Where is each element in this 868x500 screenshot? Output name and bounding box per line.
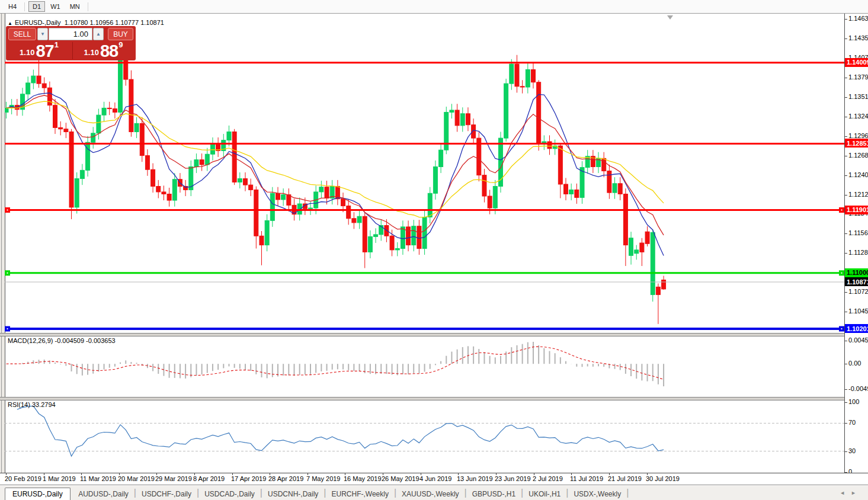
timeframe-button-h4[interactable]: H4 [4,1,21,12]
price-tick-label: 1.14355 [848,34,868,41]
price-level-badge: 1.14009 [845,58,868,67]
date-tick-label: 21 Jul 2019 [608,475,642,482]
scale-tick [845,233,847,234]
timeframe-button-w1[interactable]: W1 [46,1,65,12]
price-level-badge: 1.12851 [845,139,868,148]
price-tick-label: 1.13795 [848,73,868,81]
scale-tick [845,175,847,176]
buy-price-big: 88 [100,43,118,59]
mt4-window: H4D1W1MN ▲EURUSD-,Daily 1.10780 1.10956 … [0,0,868,500]
scale-tick [845,341,847,341]
date-tick-label: 1 Mar 2019 [43,475,76,482]
price-tick-label: 1.13515 [848,93,868,100]
price-level-badge: 1.10871 [845,277,868,286]
macd-label: MACD(12,26,9) -0.004509 -0.003653 [8,337,116,344]
date-tick-label: 30 Jul 2019 [646,475,680,482]
chart-tab-eurusd[interactable]: EURUSD-,Daily [5,488,71,500]
scale-tick [845,389,847,390]
scale-tick [845,97,847,98]
price-tick-label: 30 [848,447,856,454]
date-tick-label: 11 Jul 2019 [570,475,603,482]
scale-tick [845,451,847,452]
timeframe-button-mn[interactable]: MN [66,1,84,12]
price-tick-label: 1.10725 [848,288,868,295]
price-level-badge: 1.10201 [845,324,868,333]
volume-increase-button[interactable]: ▲ [93,28,104,40]
price-tick-label: 1.11565 [848,229,868,236]
date-tick-label: 23 Jun 2019 [495,475,531,482]
date-tick-label: 17 Apr 2019 [231,475,266,482]
tab-scroll-left-icon[interactable]: ◄ [840,490,851,496]
sell-price-pip: 1 [55,36,59,54]
price-level-badge: 1.11000 [845,268,868,277]
toolbar-separator [88,2,88,11]
date-tick-label: 8 Apr 2019 [193,475,225,482]
timeframe-toolbar: H4D1W1MN [0,0,868,14]
chart-tab-usdx[interactable]: USDX-,Weekly [568,488,626,500]
chart-symbol-label: EURUSD-,Daily [15,19,61,26]
tab-scroll-arrows[interactable]: ◄► [840,490,862,496]
scale-tick [845,39,847,39]
time-scale[interactable]: 20 Feb 20191 Mar 201911 Mar 201920 Mar 2… [0,473,868,485]
date-tick-label: 26 May 2019 [382,475,419,482]
rsi-label: RSI(14) 33.2794 [8,401,56,408]
scale-tick [845,292,847,293]
toolbar-separator [24,2,25,11]
timeframe-button-d1[interactable]: D1 [28,1,45,12]
chart-tab-ukoil[interactable]: UKOil-,H1 [523,488,566,500]
price-tick-label: 100 [848,398,859,405]
scale-tick [845,253,847,254]
one-click-trading-panel: SELL ▼ ▲ BUY 1.10871 1.10889 [6,26,136,60]
scale-tick [845,136,847,137]
chart-tab-usdcnh[interactable]: USDCNH-,Daily [262,488,324,500]
scale-tick [845,423,847,424]
price-tick-label: 0.004524 [848,336,868,344]
collapse-panel-icon[interactable]: ▲ [8,21,12,26]
tab-scroll-right-icon[interactable]: ► [851,490,862,496]
price-tick-label: 1.12120 [848,191,868,198]
price-tick-label: 1.12960 [848,132,868,139]
price-tick-label: 1.13240 [848,113,868,120]
chart-tab-bar: EURUSD-,Daily AUDUSD-,Daily|USDCHF-,Dail… [0,485,868,500]
tab-separator: | [626,488,629,498]
price-chart-canvas[interactable] [5,18,844,333]
chart-tab-eurchf[interactable]: EURCHF-,Weekly [326,488,393,500]
price-tick-label: 70 [848,419,856,426]
sell-price-prefix: 1.10 [20,47,34,59]
sell-price-big: 87 [36,43,53,59]
scale-tick [845,156,847,156]
price-tick-label: 1.12400 [848,171,868,178]
price-tick-label: 1.11285 [848,249,868,256]
buy-price-pip: 9 [118,36,123,54]
scale-tick [845,364,847,364]
macd-panel-canvas[interactable] [5,335,844,397]
scale-tick [845,402,847,403]
scale-tick [845,312,847,312]
sell-price-display[interactable]: 1.10871 [8,42,71,59]
chart-ohlc-values: 1.10780 1.10956 1.10777 1.10871 [65,19,164,26]
chart-tab-usdchf[interactable]: USDCHF-,Daily [136,488,197,500]
rsi-panel-canvas[interactable] [5,399,844,473]
date-tick-label: 16 May 2019 [344,475,382,482]
chart-title: ▲EURUSD-,Daily 1.10780 1.10956 1.10777 1… [8,19,164,26]
volume-decrease-button[interactable]: ▼ [37,28,48,40]
date-tick-label: 28 Apr 2019 [268,475,303,482]
chart-tab-xauusd[interactable]: XAUUSD-,Weekly [396,488,464,500]
price-tick-label: 1.10450 [848,307,868,315]
date-tick-label: 11 Mar 2019 [80,475,116,482]
date-tick-label: 20 Feb 2019 [5,475,41,482]
buy-price-prefix: 1.10 [84,47,99,59]
price-tick-label: -0.00494 [848,385,868,392]
date-tick-label: 20 Mar 2019 [118,475,155,482]
scale-tick [845,195,847,195]
chart-shift-marker-icon[interactable] [667,15,673,20]
sell-button[interactable]: SELL [8,28,36,40]
buy-price-display[interactable]: 1.10889 [72,42,134,59]
chart-tab-gbpusd[interactable]: GBPUSD-,H1 [467,488,521,500]
chart-tab-usdcad[interactable]: USDCAD-,Daily [199,488,260,500]
price-scale[interactable]: 1.146351.143551.140751.137951.135151.132… [845,14,868,474]
date-tick-label: 13 Jun 2019 [457,475,493,482]
chart-tab-audusd[interactable]: AUDUSD-,Daily [73,488,134,500]
price-tick-label: 1.14635 [848,15,868,22]
scale-tick [845,19,847,20]
